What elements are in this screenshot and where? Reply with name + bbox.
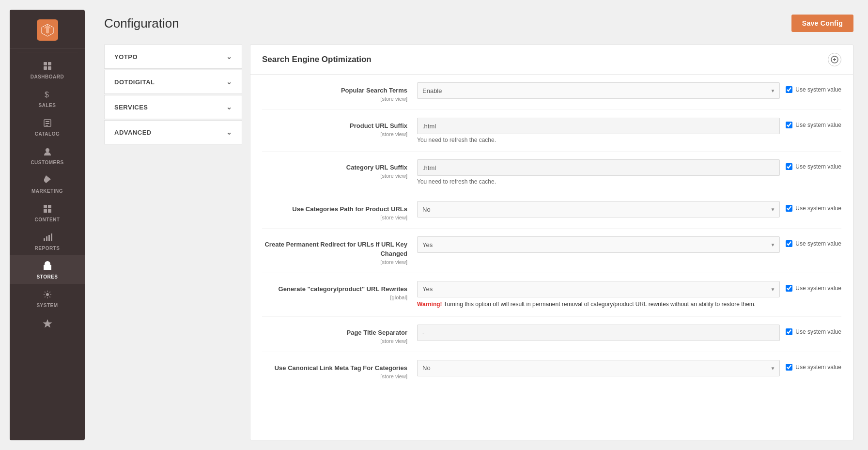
warning-text: Turning this option off will result in p… [444,301,756,308]
sidebar-item-content[interactable]: CONTENT [10,198,85,227]
page-title-separator-label: Page Title Separator [347,329,407,336]
system-icon [43,290,52,301]
create-permanent-redirect-use-system-label: Use system value [795,240,841,247]
seo-section-title: Search Engine Optimization [262,55,372,64]
category-url-suffix-note: You need to refresh the cache. [417,178,780,185]
dashboard-icon [43,61,52,72]
accordion-item-services: SERVICES ⌄ [104,95,242,119]
accordion-header-services[interactable]: SERVICES ⌄ [105,95,242,119]
page-title-separator-use-system-value: Use system value [786,325,841,335]
svg-rect-14 [44,238,45,241]
sales-icon: $ [43,90,52,101]
page-title-separator-input[interactable] [417,325,780,341]
category-url-suffix-checkbox[interactable] [786,163,792,170]
generate-url-rewrites-use-system-label: Use system value [795,285,841,292]
find-partners-icon [42,318,53,330]
popular-search-terms-checkbox[interactable] [786,86,792,93]
stores-icon [43,261,52,272]
sidebar-item-dashboard-label: DASHBOARD [31,74,64,80]
sidebar-item-stores-label: STORES [37,274,58,280]
category-url-suffix-use-system-value: Use system value [786,159,841,170]
use-categories-path-select[interactable]: No Yes [417,201,780,217]
svg-rect-2 [44,66,47,70]
svg-rect-12 [44,209,47,213]
svg-rect-8 [46,125,48,126]
sidebar-item-catalog[interactable]: CATALOG [10,112,85,141]
svg-rect-15 [46,236,47,241]
page-header: Configuration Save Config [94,10,858,37]
form-row-product-url-suffix: Product URL Suffix [store view] You need… [262,110,841,152]
accordion-label-advanced: ADVANCED [114,129,152,136]
form-row-category-url-suffix: Category URL Suffix [store view] You nee… [262,152,841,193]
chevron-down-icon-advanced: ⌄ [226,128,232,136]
seo-form-table: Popular Search Terms [store view] Enable… [250,75,853,387]
accordion-item-dotdigital: DOTDIGITAL ⌄ [104,70,242,94]
accordion-header-dotdigital[interactable]: DOTDIGITAL ⌄ [105,70,242,93]
use-categories-path-use-system-value: Use system value [786,201,841,212]
sidebar-item-customers[interactable]: CUSTOMERS [10,141,85,170]
sidebar: DASHBOARD $ SALES CATALOG CUSTOMERS MARK… [10,10,85,440]
generate-url-rewrites-checkbox[interactable] [786,285,792,292]
product-url-suffix-checkbox[interactable] [786,122,792,128]
sidebar-item-marketing-label: MARKETING [31,188,63,194]
sidebar-item-marketing[interactable]: MARKETING [10,170,85,198]
sidebar-item-stores[interactable]: STORES [10,255,85,284]
canonical-link-categories-select[interactable]: No Yes [417,360,780,376]
seo-section-panel: Search Engine Optimization Popular Sea [250,45,853,440]
accordion-header-advanced[interactable]: ADVANCED ⌄ [105,121,242,144]
svg-point-9 [46,148,49,152]
accordion-header-yotpo[interactable]: YOTPO ⌄ [105,45,242,68]
svg-rect-18 [46,267,48,270]
content-icon [43,204,52,215]
customers-icon [43,147,52,158]
page-title-separator-checkbox[interactable] [786,328,792,335]
svg-marker-20 [43,319,52,328]
canonical-link-categories-label: Use Canonical Link Meta Tag For Categori… [275,364,407,372]
canonical-link-categories-use-system-label: Use system value [795,364,841,371]
accordion-item-yotpo: YOTPO ⌄ [104,45,242,69]
product-url-suffix-note: You need to refresh the cache. [417,137,780,143]
sidebar-item-reports-label: REPORTS [35,246,60,251]
popular-search-terms-scope: [store view] [262,96,407,102]
create-permanent-redirect-checkbox[interactable] [786,240,792,247]
save-config-button[interactable]: Save Config [791,15,853,32]
marketing-icon [43,175,52,186]
sidebar-item-content-label: CONTENT [35,217,60,223]
sidebar-item-system[interactable]: SYSTEM [10,284,85,312]
svg-rect-10 [44,205,47,208]
use-categories-path-checkbox[interactable] [786,205,792,212]
category-url-suffix-input[interactable] [417,159,780,176]
left-panel: YOTPO ⌄ DOTDIGITAL ⌄ SERVICES ⌄ [104,45,242,440]
sidebar-item-find-partners[interactable] [10,312,85,336]
reports-icon [43,233,52,244]
product-url-suffix-scope: [store view] [262,131,407,137]
generate-url-rewrites-warning: Warning! Turning this option off will re… [417,300,780,309]
create-permanent-redirect-select[interactable]: Yes No [417,236,780,253]
popular-search-terms-select[interactable]: Enable Disable [417,82,780,99]
product-url-suffix-use-system-label: Use system value [795,122,841,128]
category-url-suffix-scope: [store view] [262,173,407,179]
sidebar-item-sales-label: SALES [39,103,56,109]
canonical-link-categories-use-system-value: Use system value [786,360,841,371]
sidebar-item-reports[interactable]: REPORTS [10,227,85,255]
magento-logo [37,19,58,41]
generate-url-rewrites-use-system-value: Use system value [786,281,841,292]
page-title-separator-use-system-label: Use system value [795,328,841,335]
sidebar-item-sales[interactable]: $ SALES [10,84,85,112]
collapse-section-button[interactable] [828,53,841,66]
create-permanent-redirect-use-system-value: Use system value [786,236,841,247]
accordion-label-dotdigital: DOTDIGITAL [114,78,155,86]
form-row-use-categories-path: Use Categories Path for Product URLs [st… [262,193,841,229]
warning-label: Warning! [417,301,442,308]
catalog-icon [43,118,52,129]
product-url-suffix-input[interactable] [417,118,780,134]
form-row-canonical-link-categories: Use Canonical Link Meta Tag For Categori… [262,352,841,387]
canonical-link-categories-scope: [store view] [262,373,407,379]
canonical-link-categories-checkbox[interactable] [786,364,792,371]
chevron-down-icon-services: ⌄ [226,103,232,111]
generate-url-rewrites-select[interactable]: Yes No [417,281,780,297]
accordion-label-yotpo: YOTPO [114,53,138,61]
svg-rect-11 [48,205,51,208]
form-row-create-permanent-redirect: Create Permanent Redirect for URLs if UR… [262,229,841,273]
sidebar-item-dashboard[interactable]: DASHBOARD [10,55,85,84]
